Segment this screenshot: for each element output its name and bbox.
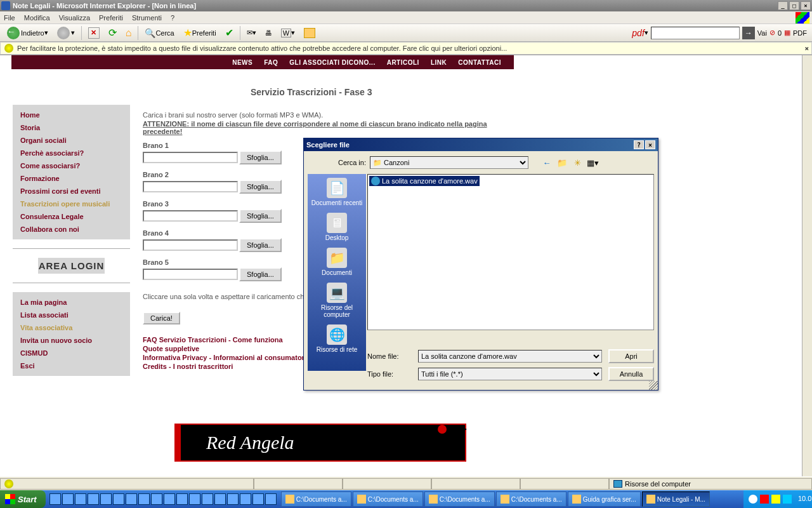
nav-articoli[interactable]: ARTICOLI — [387, 59, 419, 66]
ql-icon[interactable] — [176, 493, 188, 505]
ql-icon[interactable] — [240, 493, 251, 505]
stop-button[interactable]: ✕ — [86, 26, 102, 40]
lookin-select[interactable]: 📁 Canzoni — [370, 156, 528, 169]
maximize-button[interactable]: □ — [789, 1, 799, 10]
cancel-button[interactable]: Annulla — [608, 367, 654, 381]
dialog-close-button[interactable]: × — [645, 140, 655, 149]
nav-link[interactable]: LINK — [431, 59, 447, 66]
ql-icon[interactable] — [113, 493, 124, 505]
taskbar-task[interactable]: C:\Documents a... — [496, 491, 566, 507]
ql-icon[interactable] — [252, 493, 264, 505]
info-bar[interactable]: Per facilitare la protezione, è stato im… — [0, 42, 812, 55]
sidebar-item[interactable]: Trascrizioni opere musicali — [13, 197, 130, 210]
taskbar-task[interactable]: C:\Documents a... — [281, 491, 351, 507]
infobar-close[interactable]: × — [804, 44, 809, 53]
ql-icon[interactable] — [100, 493, 112, 505]
nav-faq[interactable]: FAQ — [264, 59, 278, 66]
sidebar-item[interactable]: Home — [13, 109, 130, 121]
minimize-button[interactable]: _ — [778, 1, 788, 10]
menu-help[interactable]: ? — [171, 14, 174, 22]
sidebar-item[interactable]: Storia — [13, 121, 130, 134]
tray-icon[interactable] — [749, 495, 757, 504]
print-button[interactable]: 🖶 — [263, 28, 275, 38]
ql-icon[interactable] — [138, 493, 150, 505]
taskbar-task[interactable]: Guida grafica ser... — [568, 491, 641, 507]
nav-up-icon[interactable]: 📁 — [556, 157, 568, 168]
ql-icon[interactable] — [75, 493, 86, 505]
taskbar-task[interactable]: Note Legali - M... — [642, 491, 710, 507]
nav-associati[interactable]: GLI ASSOCIATI DICONO... — [289, 59, 375, 66]
pdf-label[interactable]: pdf — [632, 28, 644, 38]
ql-icon[interactable] — [265, 493, 277, 505]
brano-input[interactable] — [143, 152, 238, 163]
mail-button[interactable]: ✉▾ — [244, 27, 259, 38]
tray-icon[interactable] — [783, 495, 792, 504]
scrollbar[interactable] — [802, 55, 812, 476]
menu-file[interactable]: File — [4, 14, 15, 22]
sidebar-item[interactable]: Esci — [13, 359, 130, 372]
brano-input[interactable] — [143, 181, 238, 192]
clock[interactable]: 10.06 — [798, 495, 807, 504]
brano-input[interactable] — [143, 269, 238, 280]
ql-icon[interactable] — [214, 493, 226, 505]
sidebar-item[interactable]: La mia pagina — [13, 296, 130, 309]
sidebar-item[interactable]: Perchè associarsi? — [13, 147, 130, 159]
ql-icon[interactable] — [49, 493, 61, 505]
places-item[interactable]: 📄Documenti recenti — [308, 178, 366, 206]
sidebar-item[interactable]: CISMUD — [13, 347, 130, 359]
places-item[interactable]: 🌐Risorse di rete — [308, 324, 366, 353]
forward-button[interactable]: ▾ — [55, 25, 77, 41]
browse-button[interactable]: Sfoglia... — [239, 267, 282, 281]
menu-visualizza[interactable]: Visualizza — [59, 14, 90, 22]
history-button[interactable]: ✔ — [223, 25, 236, 40]
go-button[interactable]: → — [742, 27, 755, 39]
ql-icon[interactable] — [88, 493, 99, 505]
start-button[interactable]: Start — [0, 490, 46, 508]
taskbar-task[interactable]: C:\Documents a... — [424, 491, 495, 507]
menu-preferiti[interactable]: Preferiti — [99, 14, 123, 22]
nav-view-icon[interactable]: ▦▾ — [587, 157, 598, 168]
sidebar-item[interactable]: Invita un nuovo socio — [13, 334, 130, 347]
file-item[interactable]: La solita canzone d'amore.wav — [369, 176, 480, 186]
search-button[interactable]: 🔍Cerca — [142, 27, 176, 39]
places-item[interactable]: 🖥Desktop — [308, 213, 366, 241]
dialog-help-button[interactable]: ? — [634, 140, 644, 149]
sidebar-item[interactable]: Prossimi corsi ed eventi — [13, 185, 130, 197]
sidebar-item[interactable]: Come associarsi? — [13, 159, 130, 172]
favorites-button[interactable]: ★Preferiti — [181, 25, 219, 40]
tray-icon[interactable] — [771, 495, 780, 504]
edit-button[interactable]: W▾ — [278, 27, 298, 39]
back-button[interactable]: ←Indietro ▾ — [4, 25, 51, 41]
menu-modifica[interactable]: Modifica — [24, 14, 50, 22]
nav-new-icon[interactable]: ✳ — [572, 157, 583, 168]
ql-icon[interactable] — [164, 493, 175, 505]
menu-strumenti[interactable]: Strumenti — [132, 14, 162, 22]
pdf-icon[interactable]: ▦ — [784, 29, 790, 37]
address-input[interactable] — [651, 27, 740, 39]
filetype-select[interactable]: Tutti i file (*.*) — [418, 368, 602, 380]
sidebar-item[interactable]: Lista associati — [13, 309, 130, 321]
home-button[interactable]: ⌂ — [123, 26, 134, 40]
blocker-icon[interactable]: ⊘ — [769, 29, 775, 37]
close-button[interactable]: × — [801, 1, 811, 10]
places-item[interactable]: 📁Documenti — [308, 248, 366, 276]
folder-button[interactable] — [301, 27, 318, 39]
browse-button[interactable]: Sfoglia... — [239, 209, 282, 223]
sidebar-item[interactable]: Organi sociali — [13, 134, 130, 147]
upload-button[interactable]: Carica! — [143, 312, 180, 324]
refresh-button[interactable]: ⟳ — [106, 25, 119, 40]
tray-icon[interactable] — [760, 495, 769, 504]
filename-input[interactable]: La solita canzone d'amore.wav — [418, 350, 602, 363]
browse-button[interactable]: Sfoglia... — [239, 180, 282, 194]
area-login[interactable]: AREA LOGIN — [38, 258, 105, 274]
open-button[interactable]: Apri — [608, 349, 654, 363]
ql-icon[interactable] — [151, 493, 162, 505]
ql-icon[interactable] — [126, 493, 137, 505]
sidebar-item[interactable]: Consulenza Legale — [13, 210, 130, 223]
file-list[interactable]: La solita canzone d'amore.wav — [367, 174, 654, 330]
resize-handle[interactable] — [649, 381, 658, 390]
taskbar-task[interactable]: C:\Documents a... — [353, 491, 423, 507]
sidebar-item[interactable]: Formazione — [13, 172, 130, 185]
system-tray[interactable]: 10.06 — [743, 490, 812, 508]
ql-icon[interactable] — [227, 493, 239, 505]
